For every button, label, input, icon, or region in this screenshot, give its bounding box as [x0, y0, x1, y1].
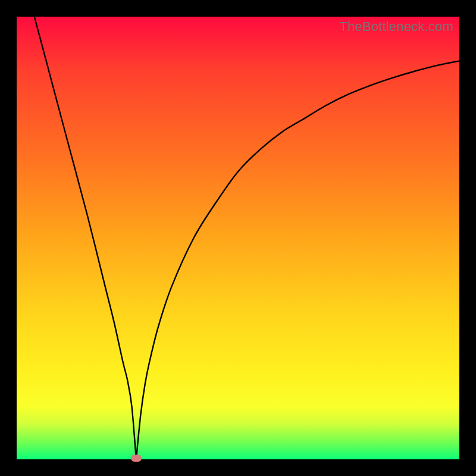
- curve-layer: [17, 17, 459, 459]
- bottleneck-curve: [17, 0, 459, 459]
- minimum-marker: [131, 455, 142, 462]
- plot-area: TheBottleneck.com: [17, 17, 459, 459]
- chart-frame: TheBottleneck.com: [0, 0, 476, 476]
